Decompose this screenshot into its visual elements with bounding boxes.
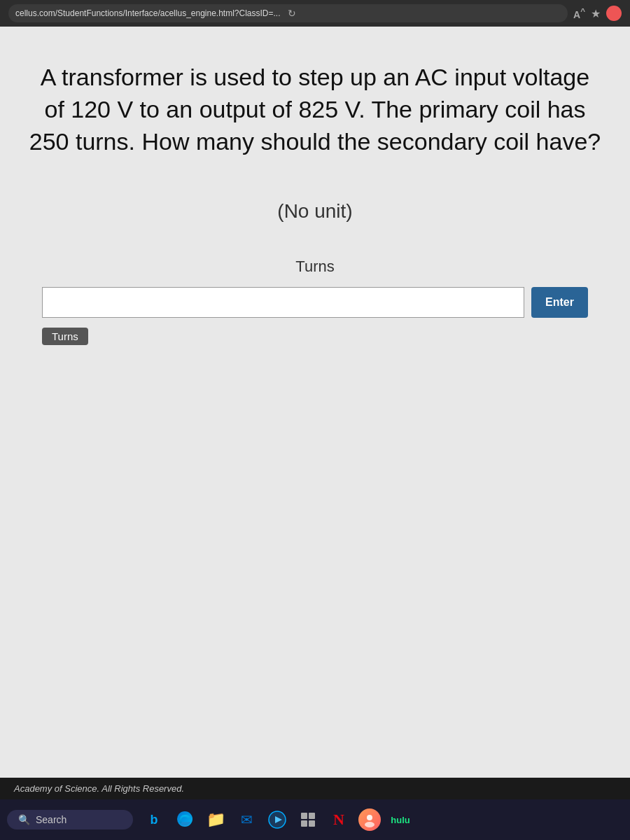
- search-icon: 🔍: [18, 814, 30, 825]
- video-icon[interactable]: [265, 807, 290, 832]
- browser-a-icon: A^: [573, 6, 585, 20]
- svg-rect-3: [301, 813, 307, 819]
- search-label: Search: [36, 814, 66, 825]
- svg-rect-4: [309, 813, 315, 819]
- avatar-icon[interactable]: [357, 807, 382, 832]
- input-section-label: Turns: [295, 258, 334, 276]
- browser-avatar: [606, 6, 622, 21]
- input-row: Enter: [42, 287, 588, 318]
- copyright-bar: Academy of Science. All Rights Reserved.: [0, 778, 630, 799]
- bing-icon[interactable]: b: [141, 807, 167, 832]
- svg-point-8: [365, 822, 374, 827]
- copyright-text: Academy of Science. All Rights Reserved.: [14, 783, 184, 794]
- question-text: A transformer is used to step up an AC i…: [28, 62, 602, 158]
- edge-icon[interactable]: [172, 807, 197, 832]
- browser-star-icon[interactable]: ★: [591, 7, 601, 20]
- enter-button[interactable]: Enter: [531, 287, 588, 318]
- hulu-label: hulu: [391, 815, 410, 825]
- address-bar[interactable]: cellus.com/StudentFunctions/Interface/ac…: [8, 4, 568, 22]
- reload-icon[interactable]: ↻: [288, 8, 296, 19]
- answer-input[interactable]: [42, 287, 524, 318]
- input-section: Turns Enter Turns: [42, 258, 588, 345]
- taskbar-icons: b 📁: [141, 807, 413, 832]
- folder-icon[interactable]: 📁: [203, 807, 228, 832]
- svg-rect-6: [309, 820, 315, 827]
- taskbar-search[interactable]: 🔍 Search: [7, 810, 133, 830]
- netflix-icon[interactable]: N: [326, 807, 351, 832]
- taskbar: 🔍 Search b: [0, 799, 630, 840]
- apps-grid-icon[interactable]: [295, 807, 321, 832]
- mail-icon[interactable]: ✉: [234, 807, 259, 832]
- svg-rect-5: [301, 820, 307, 827]
- main-content: A transformer is used to step up an AC i…: [0, 27, 630, 778]
- address-text: cellus.com/StudentFunctions/Interface/ac…: [15, 8, 281, 18]
- browser-bar: cellus.com/StudentFunctions/Interface/ac…: [0, 0, 630, 27]
- svg-point-7: [367, 815, 372, 820]
- turns-chip: Turns: [42, 328, 88, 345]
- hulu-icon[interactable]: hulu: [388, 807, 413, 832]
- unit-label: (No unit): [277, 200, 352, 223]
